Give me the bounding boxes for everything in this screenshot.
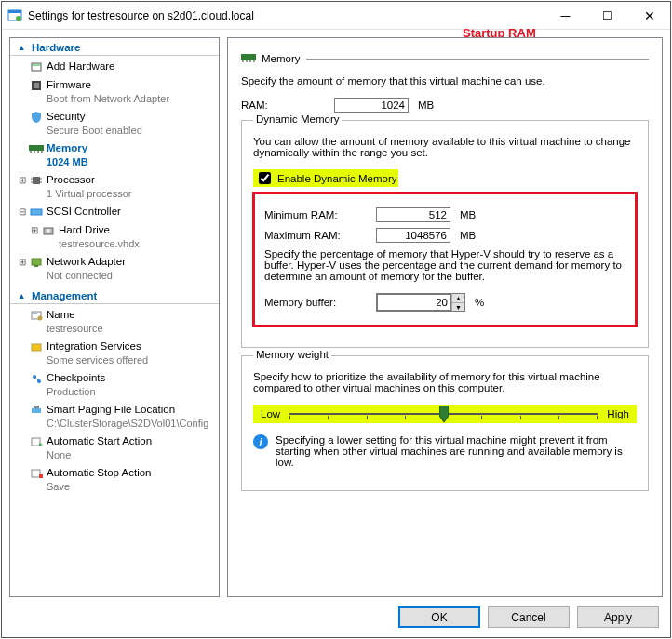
tree-memory[interactable]: Memory1024 MB — [10, 140, 219, 171]
tree-security[interactable]: SecuritySecure Boot enabled — [10, 108, 219, 140]
section-management-label: Management — [32, 290, 97, 301]
svg-rect-32 — [32, 438, 40, 446]
min-ram-input[interactable] — [376, 207, 450, 222]
svg-point-2 — [16, 16, 21, 21]
hard-drive-icon — [40, 223, 57, 238]
buffer-input[interactable] — [377, 294, 451, 311]
tree-scsi-controller[interactable]: ⊟ SCSI Controller — [10, 203, 219, 221]
cancel-button[interactable]: Cancel — [488, 606, 570, 628]
memory-weight-legend: Memory weight — [253, 349, 331, 360]
min-ram-label: Minimum RAM: — [264, 209, 367, 220]
collapse-icon[interactable]: ⊟ — [16, 205, 28, 219]
dynamic-memory-legend: Dynamic Memory — [253, 113, 342, 125]
memory-weight-group: Memory weight Specify how to prioritize … — [241, 355, 649, 491]
dialog-footer: OK Cancel Apply — [2, 597, 670, 637]
chevron-up-icon: ▴ — [16, 43, 28, 52]
svg-rect-5 — [33, 64, 40, 66]
svg-rect-9 — [30, 151, 32, 153]
min-ram-unit: MB — [460, 209, 476, 220]
buffer-spinner[interactable]: ▲ ▼ — [376, 293, 465, 312]
maximize-button[interactable]: ☐ — [586, 2, 628, 30]
tree-integration-services[interactable]: Integration ServicesSome services offere… — [10, 338, 219, 369]
slider-low-label: Low — [261, 408, 280, 419]
expand-icon[interactable]: ⊞ — [28, 223, 40, 237]
firmware-icon — [28, 78, 45, 93]
svg-rect-35 — [241, 54, 256, 60]
slider-thumb[interactable] — [439, 406, 449, 422]
svg-rect-36 — [242, 60, 244, 62]
chevron-up-icon: ▴ — [16, 291, 28, 300]
dynamic-memory-desc: You can allow the amount of memory avail… — [253, 136, 637, 158]
svg-rect-33 — [32, 470, 40, 477]
expand-icon[interactable]: ⊞ — [16, 173, 28, 187]
settings-detail-pane: Memory Specify the amount of memory that… — [227, 37, 663, 597]
svg-rect-37 — [246, 60, 248, 62]
expand-icon[interactable]: ⊞ — [16, 255, 28, 269]
svg-rect-31 — [34, 406, 39, 408]
svg-rect-10 — [34, 151, 35, 153]
app-icon — [7, 8, 22, 23]
ok-button[interactable]: OK — [398, 606, 480, 628]
add-hardware-icon — [28, 60, 45, 74]
memory-intro: Specify the amount of memory that this v… — [241, 75, 649, 87]
svg-rect-8 — [29, 145, 44, 151]
info-icon: i — [253, 434, 268, 449]
enable-dynamic-memory-checkbox[interactable]: Enable Dynamic Memory — [255, 169, 396, 187]
svg-rect-11 — [37, 151, 39, 153]
buffer-unit: % — [475, 297, 484, 308]
dynamic-memory-group: Dynamic Memory You can allow the amount … — [241, 120, 649, 348]
shield-icon — [28, 110, 45, 125]
processor-icon — [28, 173, 45, 188]
memory-icon — [28, 141, 45, 156]
ram-label: RAM: — [241, 100, 325, 111]
section-title: Memory — [262, 53, 301, 64]
svg-rect-1 — [8, 10, 21, 13]
memory-weight-slider[interactable] — [289, 406, 598, 421]
window-title: Settings for testresource on s2d01.cloud… — [28, 9, 544, 22]
svg-rect-18 — [31, 209, 42, 215]
enable-dynamic-memory-input[interactable] — [259, 172, 271, 184]
tree-processor[interactable]: ⊞ Processor1 Virtual processor — [10, 171, 219, 203]
svg-point-20 — [47, 229, 50, 233]
tree-add-hardware[interactable]: Add Hardware — [10, 58, 219, 76]
section-hardware[interactable]: ▴ Hardware — [10, 40, 219, 56]
memory-weight-info: Specifying a lower setting for this virt… — [276, 434, 637, 468]
network-adapter-icon — [28, 255, 45, 270]
tree-auto-stop[interactable]: Automatic Stop ActionSave — [10, 464, 219, 496]
close-button[interactable]: ✕ — [628, 2, 670, 30]
svg-rect-38 — [249, 60, 251, 62]
max-ram-unit: MB — [460, 230, 476, 241]
ram-input[interactable] — [334, 98, 409, 113]
tree-firmware[interactable]: FirmwareBoot from Network Adapter — [10, 76, 219, 108]
spin-up-icon[interactable]: ▲ — [451, 294, 464, 302]
minimize-button[interactable]: ─ — [544, 2, 586, 30]
spin-down-icon[interactable]: ▼ — [451, 302, 464, 311]
buffer-desc: Specify the percentage of memory that Hy… — [264, 248, 625, 282]
tree-smart-paging[interactable]: Smart Paging File LocationC:\ClusterStor… — [10, 401, 219, 433]
apply-button[interactable]: Apply — [577, 606, 659, 628]
smart-paging-icon — [28, 403, 45, 418]
max-ram-input[interactable] — [376, 228, 450, 243]
svg-rect-13 — [33, 177, 40, 184]
section-management[interactable]: ▴ Management — [10, 288, 219, 304]
tree-name[interactable]: Nametestresource — [10, 306, 219, 338]
section-hardware-label: Hardware — [32, 42, 80, 53]
tree-auto-start[interactable]: Automatic Start ActionNone — [10, 433, 219, 464]
scsi-icon — [28, 205, 45, 220]
dynamic-memory-highlight-box: Minimum RAM: MB Maximum RAM: MB Specify … — [253, 193, 637, 326]
tree-checkpoints[interactable]: CheckpointsProduction — [10, 369, 219, 401]
svg-rect-21 — [32, 259, 41, 265]
tree-network-adapter[interactable]: ⊞ Network AdapterNot connected — [10, 253, 219, 285]
checkpoints-icon — [28, 371, 45, 386]
buffer-label: Memory buffer: — [264, 297, 367, 308]
svg-rect-26 — [32, 344, 41, 351]
integration-icon — [28, 339, 45, 354]
auto-stop-icon — [28, 466, 45, 481]
tree-hard-drive[interactable]: ⊞ Hard Drivetestresource.vhdx — [10, 221, 219, 253]
slider-high-label: High — [607, 408, 629, 419]
auto-start-icon — [28, 434, 45, 449]
settings-tree[interactable]: ▴ Hardware Add Hardware FirmwareBoot fro… — [9, 37, 220, 597]
window-titlebar: Settings for testresource on s2d01.cloud… — [2, 2, 670, 30]
svg-rect-34 — [39, 474, 43, 478]
svg-rect-22 — [34, 265, 38, 267]
